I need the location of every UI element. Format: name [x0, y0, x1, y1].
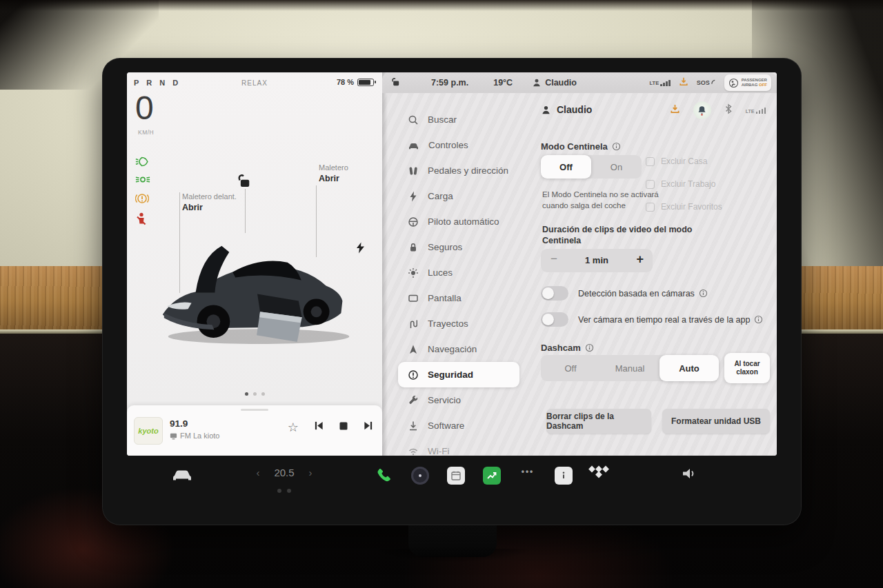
menu-item-seguros[interactable]: Seguros	[398, 234, 519, 260]
driver-profile-button[interactable]: Claudio	[532, 78, 577, 88]
page-dot[interactable]	[261, 392, 265, 396]
menu-item-buscar[interactable]: Buscar	[398, 107, 519, 132]
live-camera-toggle[interactable]	[541, 312, 568, 327]
interior-temperature[interactable]: 20.5	[274, 467, 294, 478]
info-icon[interactable]	[699, 289, 708, 298]
dashcam-off-option[interactable]: Off	[541, 355, 600, 381]
exclude-home-checkbox[interactable]: Excluir Casa	[646, 154, 768, 169]
cluster-page-dots[interactable]	[127, 392, 382, 396]
navigation-icon	[408, 344, 419, 355]
seat-heater-dots[interactable]	[277, 489, 291, 493]
trunk-callout[interactable]: Maletero Abrir	[319, 163, 374, 184]
outside-temperature[interactable]: 19°C	[493, 78, 513, 88]
dashcam-honk-button[interactable]: Al tocar claxon	[724, 353, 770, 383]
calendar-app-icon[interactable]	[447, 467, 465, 485]
menu-item-piloto[interactable]: Piloto automático	[398, 209, 519, 234]
menu-item-controles[interactable]: Controles	[398, 132, 519, 158]
menu-item-luces[interactable]: Luces	[398, 260, 519, 285]
menu-item-pantalla[interactable]: Pantalla	[398, 285, 519, 311]
media-player[interactable]: kyoto 91.9 FM La kioto ☆	[127, 405, 382, 456]
media-app-icon[interactable]	[411, 467, 429, 485]
page-dot[interactable]	[253, 392, 257, 396]
checkbox-icon	[646, 180, 655, 189]
camera-detection-toggle[interactable]	[541, 286, 568, 301]
settings-body: Buscar Controles Pedales y dirección	[382, 93, 777, 456]
profile-header[interactable]: Claudio	[541, 104, 592, 115]
unlocked-icon[interactable]	[236, 173, 251, 191]
software-update-icon[interactable]	[679, 77, 688, 89]
low-beam-headlight-icon	[135, 156, 150, 167]
steering-wheel-icon	[408, 216, 419, 227]
menu-item-pedales[interactable]: Pedales y dirección	[398, 158, 519, 183]
stop-icon[interactable]	[339, 421, 348, 434]
sentry-mode-title: Modo Centinela	[541, 141, 608, 152]
dashcam-segmented: Off Manual Auto	[541, 355, 719, 381]
menu-item-carga[interactable]: Carga	[398, 183, 519, 209]
dashcam-manual-option[interactable]: Manual	[600, 355, 659, 381]
battery-status: 78 %	[337, 78, 374, 86]
tidal-app-icon[interactable]	[590, 467, 610, 477]
menu-item-trayectos[interactable]: Trayectos	[398, 311, 519, 336]
telltale-column	[135, 156, 150, 226]
frunk-callout[interactable]: Maletero delant. Abrir	[182, 192, 237, 213]
favorite-star-icon[interactable]: ☆	[288, 421, 299, 434]
car-status-icon[interactable]	[172, 467, 192, 482]
trunk-label: Maletero	[319, 163, 348, 172]
menu-item-navegacion[interactable]: Navegación	[398, 336, 519, 362]
airbag-icon	[728, 78, 739, 88]
info-icon[interactable]	[612, 142, 621, 151]
person-icon	[532, 78, 542, 88]
media-controls: ☆	[288, 420, 374, 434]
car-icon	[408, 140, 419, 151]
menu-item-wifi[interactable]: Wi-Fi	[398, 438, 519, 456]
phone-app-icon[interactable]	[375, 467, 392, 483]
sentry-on-option[interactable]: On	[591, 155, 642, 179]
sentry-off-option[interactable]: Off	[541, 155, 591, 179]
cluster-top-bar: P R N D RELAX 78 %	[127, 72, 382, 93]
battery-icon	[357, 79, 374, 86]
clip-duration-label: Duración de clips de video del modo Cent…	[542, 224, 708, 247]
station-name: FM La kioto	[180, 432, 219, 440]
menu-label: Luces	[428, 267, 453, 278]
info-icon[interactable]	[585, 343, 594, 352]
sos-label: SOS	[697, 79, 710, 86]
menu-item-seguridad-selected[interactable]: Seguridad	[398, 362, 519, 387]
menu-label: Navegación	[428, 344, 477, 354]
increase-button[interactable]: +	[636, 252, 644, 267]
media-drag-handle[interactable]	[241, 409, 268, 411]
menu-label: Seguros	[428, 242, 462, 252]
info-app-icon[interactable]	[555, 467, 573, 485]
camera-detection-row: Detección basada en cámaras	[541, 286, 708, 301]
trading-app-icon[interactable]	[483, 467, 501, 485]
next-track-icon[interactable]	[363, 420, 374, 434]
more-apps-icon[interactable]: •••	[522, 467, 535, 476]
delete-dashcam-clips-button[interactable]: Borrar clips de la Dashcam	[546, 409, 651, 434]
signal-bars-icon	[660, 80, 671, 86]
page-dot-active[interactable]	[245, 392, 248, 396]
car-render[interactable]	[155, 227, 377, 354]
dashcam-title: Dashcam	[541, 343, 581, 353]
sentry-description: El Modo Centinela no se activará cuando …	[542, 190, 675, 211]
touchscreen-display: P R N D RELAX 78 % 0 KM/H	[127, 72, 777, 456]
unlocked-status-icon[interactable]	[390, 77, 401, 89]
trunk-open-button[interactable]: Abrir	[319, 174, 374, 185]
menu-label: Wi-Fi	[428, 446, 449, 456]
update-download-icon[interactable]	[670, 103, 680, 117]
format-usb-button[interactable]: Formatear unidad USB	[662, 409, 770, 434]
info-icon[interactable]	[754, 315, 763, 324]
brake-warning-icon	[135, 192, 150, 205]
station-frequency: 91.9	[170, 418, 188, 429]
menu-label: Carga	[428, 191, 453, 201]
dashcam-auto-option[interactable]: Auto	[659, 355, 719, 381]
notification-bell-icon[interactable]	[693, 101, 711, 119]
menu-item-servicio[interactable]: Servicio	[398, 387, 519, 413]
menu-item-software[interactable]: Software	[398, 413, 519, 438]
temp-down-chevron[interactable]: ‹	[257, 467, 260, 478]
frunk-label: Maletero delant.	[182, 192, 237, 201]
volume-icon[interactable]	[681, 467, 697, 480]
lte-status[interactable]: LTE	[650, 80, 671, 86]
bluetooth-icon[interactable]	[724, 103, 733, 117]
frunk-open-button[interactable]: Abrir	[182, 203, 237, 214]
previous-track-icon[interactable]	[313, 420, 324, 434]
temp-up-chevron[interactable]: ›	[309, 467, 312, 478]
